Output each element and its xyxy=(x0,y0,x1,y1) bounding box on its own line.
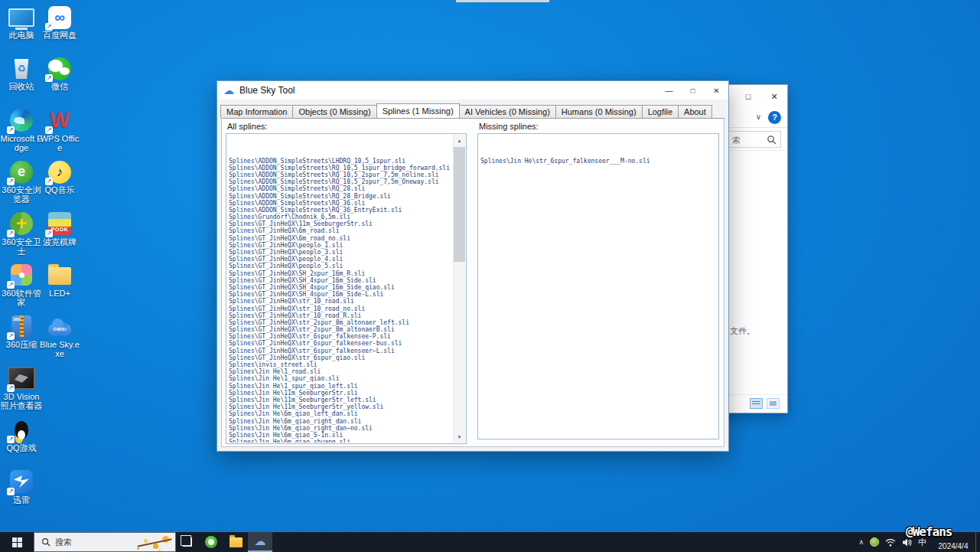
explorer-maximize-button[interactable]: □ xyxy=(735,85,761,108)
spline-list-item[interactable]: Splines\GT_JinHeQX\SH_4spur_16m_Side.sli xyxy=(229,277,451,284)
spline-list-item[interactable]: Splines\Jin He\6m_qiao_left_dan.sli xyxy=(229,410,451,417)
taskbar-app-360browser[interactable] xyxy=(199,532,223,552)
vertical-scrollbar[interactable]: ▲ ▼ xyxy=(453,135,465,443)
desktop-icon[interactable]: + ↗ 360安全卫士 xyxy=(0,211,43,263)
spline-list-item[interactable]: Splines\GT_JinHeQX\peoplo_3.sli xyxy=(229,249,451,256)
spline-list-item[interactable]: Splines\Jin He\6m_qiao_right_dan—no.sli xyxy=(229,425,451,432)
desktop-icon[interactable]: ↗ LED+ xyxy=(38,263,81,314)
spline-list-item[interactable]: Splines\Jin He\1_road.sli xyxy=(229,368,451,375)
spline-list-item[interactable]: Splines\GT_JinHeQX\peoplo_4.sli xyxy=(229,256,451,263)
tab[interactable]: Humans (0 Missing) xyxy=(555,105,643,118)
spline-list-item[interactable]: Splines\Grundorf\Chodnik_6,5m.sli xyxy=(229,214,451,220)
desktop-icon[interactable]: ↗ 360软件管家 xyxy=(0,263,43,314)
spline-list-item[interactable]: Splines\GT_JinHeQX\SH_4spur_16m_Side-L.s… xyxy=(229,291,451,298)
spline-list-item[interactable]: Splines\GT_JinHeQX\SH_2spur_16m_R.sli xyxy=(229,270,451,277)
cloud-icon: ☁ xyxy=(255,536,266,547)
close-button[interactable]: ✕ xyxy=(705,81,728,100)
collapse-ribbon-icon[interactable]: ∨ xyxy=(756,113,761,121)
icon-glyph: OMSI xyxy=(53,327,66,332)
spline-list-item[interactable]: Splines\ADDON_SimpleStreets\RQ_10,5_2spu… xyxy=(229,178,451,185)
desktop-icon[interactable]: ↗ 3D Vision 照片查看器 xyxy=(0,366,43,417)
show-desktop-button[interactable] xyxy=(975,532,980,552)
minimize-button[interactable]: — xyxy=(657,81,681,100)
taskbar-app-blue-sky-tool[interactable]: ☁ xyxy=(248,532,272,552)
list-view-button[interactable] xyxy=(750,398,763,409)
spline-list-item[interactable]: Splines\ADDON_SimpleStreets\RQ_36_EntryE… xyxy=(229,207,451,214)
spline-list-item[interactable]: Splines\ADDON_SimpleStreets\RQ_28_Bridge… xyxy=(229,193,451,200)
spline-list-item[interactable]: Splines\Jin He\11m_SeeburgerStr_left.sli xyxy=(229,397,451,403)
desktop-icon[interactable]: ↗ 微信 xyxy=(38,56,81,107)
desktop-icon[interactable]: ↗ Microsoft Edge xyxy=(0,108,43,159)
spline-list-item[interactable]: Splines\ADDON_SimpleStreets\LHDRQ_10,5_1… xyxy=(229,158,451,165)
spline-list-item[interactable]: Splines\GT_JinHeQX\str_2spur_8m_altonaer… xyxy=(229,319,451,326)
spline-list-item[interactable]: Splines\GT_JinHeQX\peoplo_5.sli xyxy=(229,263,451,269)
desktop-icon[interactable]: ↗ 此电脑 xyxy=(0,5,43,56)
desktop-icon[interactable]: W ↗ WPS Office xyxy=(38,108,81,159)
spline-list-item[interactable]: Splines\Jin He\6m_qiao_shuang.sli xyxy=(229,439,451,443)
spline-list-item[interactable]: Splines\GT_JinHeQX\str_10_road_no.sli xyxy=(229,305,451,312)
desktop-icon[interactable]: ♪ ↗ QQ音乐 xyxy=(38,159,81,211)
start-button[interactable] xyxy=(0,532,34,552)
spline-list-item[interactable]: Splines\GT_JinHeQX\str_6spur_falkensee-P… xyxy=(229,333,451,340)
spline-list-item[interactable]: Splines\GT_JinHeQX\str_6spur_falkenseer-… xyxy=(229,340,451,347)
tab-label: Map Information xyxy=(226,107,287,116)
spline-list-item[interactable]: Splines\GT_JinHeQX\6m_road.sli xyxy=(229,227,451,234)
desktop-icon-label: 360安全浏览器 xyxy=(0,185,43,204)
spline-list-item[interactable]: Splines\ADDON_SimpleStreets\RQ_28.sli xyxy=(229,185,451,192)
spline-list-item[interactable]: Splines\GT_JinHeQX\str_6spur_falkenseer—… xyxy=(229,348,451,354)
speaker-icon[interactable] xyxy=(902,538,912,547)
title-bar[interactable]: ☁ Blue Sky Tool — □ ✕ xyxy=(217,81,728,100)
spline-list-item[interactable]: Splines\invis_street.sli xyxy=(229,361,451,368)
spline-list-item[interactable]: Splines\Jin He\1_spur_qiao_left.sli xyxy=(229,383,451,390)
scroll-down-icon[interactable]: ▼ xyxy=(454,431,465,443)
spline-list-item[interactable]: Splines\Jin He\6m_qiao_right_dan.sli xyxy=(229,418,451,425)
hidden-icons-chevron[interactable]: ∧ xyxy=(858,538,864,546)
tab-label: Objects (0 Missing) xyxy=(298,107,370,116)
desktop-icon[interactable]: ↗ 迅雷 xyxy=(0,469,43,521)
tab[interactable]: Objects (0 Missing) xyxy=(292,105,376,118)
tab[interactable]: Splines (1 Missing) xyxy=(376,103,460,118)
spline-list-item[interactable]: Splines\GT_JinHeQX\str_2spur_8m_altonaer… xyxy=(229,326,451,333)
spline-list-item[interactable]: Splines\Jin He\1_spur_qiao.sli xyxy=(229,375,451,382)
wifi-icon[interactable] xyxy=(885,538,896,547)
desktop-icon[interactable]: e ↗ 360安全浏览器 xyxy=(0,159,43,211)
spline-list-item[interactable]: Splines\ADDON_SimpleStreets\RQ_10,5_2spu… xyxy=(229,171,451,178)
tab[interactable]: Map Information xyxy=(220,105,293,118)
spline-list-item[interactable]: Splines\GT_JinHeQX\SH_4spur_16m_Side_qia… xyxy=(229,284,451,291)
360-tray-icon[interactable] xyxy=(870,537,879,547)
scrollbar-thumb[interactable] xyxy=(454,147,465,262)
spline-list-item[interactable]: Splines\Jin He\6m_qiao_S-1n.sli xyxy=(229,432,451,439)
help-icon[interactable]: ? xyxy=(768,111,781,124)
desktop-icon[interactable]: ♻ ↗ 回收站 xyxy=(0,56,43,107)
missing-spline-item[interactable]: Splines\Jin He\str_6spur_falkenseer___M-… xyxy=(480,158,716,165)
spline-list-item[interactable]: Splines\GT_JinHeQX\str_10_road_R.sli xyxy=(229,312,451,319)
spline-list-item[interactable]: Splines\GT_JinHeQX\peoplo_1.sli xyxy=(229,242,451,249)
all-splines-listbox[interactable]: Splines\ADDON_SimpleStreets\LHDRQ_10,5_1… xyxy=(226,133,467,444)
desktop-icon[interactable]: OMSI ↗ Blue Sky.exe xyxy=(38,314,81,365)
spline-list-item[interactable]: Splines\ADDON_SimpleStreets\RQ_36.sli xyxy=(229,200,451,207)
desktop-icon[interactable]: ↗ QQ游戏 xyxy=(0,417,43,469)
desktop-icon[interactable]: 360 ↗ 360压缩 xyxy=(0,314,43,365)
spline-list-item[interactable]: Splines\ADDON_SimpleStreets\RQ_10,5_1spu… xyxy=(229,165,451,171)
explorer-close-button[interactable]: ✕ xyxy=(761,85,787,108)
thumbnail-view-button[interactable] xyxy=(767,398,780,409)
missing-splines-listbox[interactable]: Splines\Jin He\str_6spur_falkenseer___M-… xyxy=(477,133,719,439)
task-view-button[interactable] xyxy=(176,532,199,552)
tab[interactable]: About xyxy=(678,105,712,118)
spline-list-item[interactable]: Splines\GT_JinHeQX\str_10_road.sli xyxy=(229,298,451,305)
tab[interactable]: Logfile xyxy=(642,105,679,118)
spline-list-item[interactable]: Splines\GT_JinHeQX\6m_road_no.sli xyxy=(229,235,451,242)
scroll-up-icon[interactable]: ▲ xyxy=(454,135,465,146)
desktop-icon[interactable]: POOK ↗ 波克棋牌 xyxy=(38,211,81,263)
spline-list-item[interactable]: Splines\Jin He\11m_SeeburgerStr.sli xyxy=(229,390,451,397)
taskbar-search-input[interactable]: 搜索 xyxy=(34,532,176,552)
spline-list-item[interactable]: Splines\Jin He\11m_SeeburgerStr_yellow.s… xyxy=(229,403,451,410)
taskbar-app-file-explorer[interactable] xyxy=(223,532,248,552)
maximize-button[interactable]: □ xyxy=(681,81,705,100)
spline-list-item[interactable]: Splines\GT_JinHeQX\11m_SeeburgerStr.sli xyxy=(229,220,451,227)
desktop-icon[interactable]: ∞ ↗ 百度网盘 xyxy=(38,5,81,56)
spline-list-item[interactable]: Splines\GT_JinHeQX\str_6spur_qiao.sli xyxy=(229,354,451,361)
icon-glyph: ∞ xyxy=(54,9,65,26)
cloud-app-icon: ☁ xyxy=(223,85,234,96)
tab[interactable]: AI Vehicles (0 Missing) xyxy=(459,105,556,118)
